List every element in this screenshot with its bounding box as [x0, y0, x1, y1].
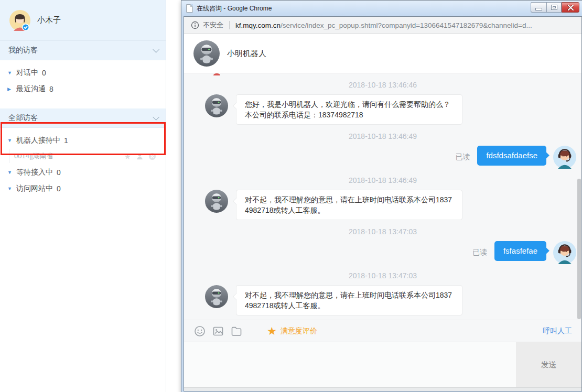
minimize-button[interactable] — [531, 2, 546, 13]
robot-avatar — [205, 190, 228, 213]
message-bubble: fdsfdsafdaefse — [477, 146, 546, 166]
timestamp: 2018-10-18 13:47:03 — [184, 271, 581, 280]
window-controls — [531, 2, 579, 13]
visitor-row[interactable]: 0014||湖南省 ★ — [0, 148, 166, 164]
vertical-scrollbar-thumb[interactable] — [577, 179, 581, 319]
tree-item-in-conversation[interactable]: ▼ 对话中 0 — [0, 64, 166, 81]
scrolled-avatar-sliver — [213, 73, 220, 75]
agent-name: 小明机器人 — [227, 49, 266, 59]
tree-item-browsing[interactable]: ▼ 访问网站中 0 — [0, 180, 166, 197]
message-bubble: 对不起，我不理解您的意思，请在上班时间电话联系本公司18374982718或转人… — [236, 190, 462, 220]
user-message-row: 已读 fdsfdsafdaefse — [184, 146, 581, 169]
triangle-down-icon: ▼ — [7, 170, 16, 175]
my-visitors-tree: ▼ 对话中 0 ▶ 最近沟通 8 — [0, 60, 166, 97]
horizontal-scrollbar[interactable] — [184, 387, 581, 391]
tree-item-label: 等待接入中 — [16, 168, 53, 177]
tree-item-recent-chats[interactable]: ▶ 最近沟通 8 — [0, 81, 166, 97]
image-icon[interactable] — [212, 325, 224, 337]
robot-avatar — [205, 94, 228, 117]
close-session-icon[interactable] — [148, 153, 156, 160]
user-profile: 小木子 — [0, 0, 166, 41]
browser-body: 不安全 kf.mqy.com.cn/service/index_pc_popup… — [184, 16, 582, 391]
transfer-agent-icon[interactable] — [136, 153, 144, 160]
triangle-down-icon: ▼ — [7, 186, 16, 191]
section-all-visitors-label: 全部访客 — [8, 113, 38, 123]
timestamp: 2018-10-18 13:46:49 — [184, 176, 581, 184]
visitor-id: 0014||湖南省 — [14, 151, 53, 161]
security-label: 不安全 — [203, 20, 223, 30]
section-my-visitors[interactable]: 我的访客 — [0, 41, 166, 60]
folder-icon[interactable] — [230, 325, 243, 337]
window-titlebar[interactable]: 在线咨询 - Google Chrome — [181, 1, 582, 16]
chevron-down-icon[interactable] — [153, 46, 159, 53]
timestamp: 2018-10-18 13:46:46 — [184, 81, 581, 89]
address-bar[interactable]: 不安全 kf.mqy.com.cn/service/index_pc_popup… — [184, 17, 581, 34]
message-bubble: 您好，我是小明机器人，欢迎光临，请问有什么需要帮助的么？本公司的联系电话是：18… — [236, 94, 462, 125]
tree-item-label: 访问网站中 — [16, 184, 53, 193]
user-avatar-image — [9, 10, 30, 31]
triangle-right-icon: ▶ — [7, 86, 16, 92]
url-host: kf.mqy.com.cn — [235, 21, 281, 29]
tree-item-waiting[interactable]: ▼ 等待接入中 0 — [0, 164, 166, 180]
tree-item-count: 1 — [64, 136, 68, 145]
url-path: /service/index_pc_popup.shtml?companyid=… — [281, 21, 532, 29]
message-input[interactable] — [184, 342, 516, 387]
composer: 发送 — [184, 342, 581, 387]
tree-item-label: 最近沟通 — [16, 84, 46, 94]
chevron-down-icon[interactable] — [153, 114, 159, 121]
satisfaction-rating-label: 满意度评价 — [281, 326, 317, 336]
triangle-down-icon: ▼ — [7, 70, 16, 75]
chat-page: 小明机器人 2018-10-18 13:46:46 您好，我是小明机器人，欢迎光… — [184, 34, 581, 391]
timestamp: 2018-10-18 13:46:49 — [184, 132, 581, 140]
emoji-icon[interactable] — [193, 325, 206, 337]
star-icon: ★ — [267, 325, 277, 336]
user-name: 小木子 — [37, 15, 61, 25]
maximize-button[interactable] — [546, 2, 562, 13]
close-icon — [567, 5, 574, 10]
visitor-sidebar: 小木子 我的访客 ▼ 对话中 0 ▶ 最近沟通 8 全部访客 ▼ 机器人接待中 … — [0, 0, 166, 392]
tree-item-robot-serving[interactable]: ▼ 机器人接待中 1 — [0, 132, 166, 148]
url-text[interactable]: kf.mqy.com.cn/service/index_pc_popup.sht… — [235, 21, 532, 29]
page-icon — [186, 4, 193, 13]
section-my-visitors-label: 我的访客 — [8, 46, 38, 55]
chat-message-list[interactable]: 2018-10-18 13:46:46 您好，我是小明机器人，欢迎光临，请问有什… — [184, 73, 581, 320]
robot-message-row: 对不起，我不理解您的意思，请在上班时间电话联系本公司18374982718或转人… — [184, 285, 581, 315]
user-message-row: 已读 fsfasfefae — [184, 241, 581, 264]
tree-item-count: 8 — [49, 85, 53, 93]
tree-item-label: 对话中 — [16, 68, 38, 78]
chat-toolbar: ★ 满意度评价 呼叫人工 — [184, 320, 581, 342]
triangle-down-icon: ▼ — [7, 138, 16, 143]
address-separator — [229, 21, 230, 29]
info-icon[interactable] — [191, 21, 199, 29]
star-icon[interactable]: ★ — [124, 153, 131, 160]
chrome-popup-window: 在线咨询 - Google Chrome 不安全 kf.mqy.com.cn/s… — [181, 0, 582, 392]
chat-header: 小明机器人 — [184, 34, 581, 73]
timestamp: 2018-10-18 13:47:03 — [184, 227, 581, 236]
tree-item-count: 0 — [42, 69, 46, 77]
message-bubble: 对不起，我不理解您的意思，请在上班时间电话联系本公司18374982718或转人… — [236, 285, 462, 315]
close-button[interactable] — [562, 2, 579, 13]
tree-item-count: 0 — [57, 168, 61, 177]
robot-message-row: 您好，我是小明机器人，欢迎光临，请问有什么需要帮助的么？本公司的联系电话是：18… — [184, 94, 581, 125]
send-button[interactable]: 发送 — [516, 342, 581, 387]
visitor-actions: ★ — [124, 153, 156, 160]
message-bubble: fsfasfefae — [494, 241, 546, 261]
read-status: 已读 — [472, 248, 487, 257]
visitor-avatar — [553, 241, 576, 264]
call-human-agent-link[interactable]: 呼叫人工 — [543, 326, 572, 336]
robot-avatar — [193, 40, 220, 67]
minimize-icon — [536, 8, 542, 10]
robot-message-row: 对不起，我不理解您的意思，请在上班时间电话联系本公司18374982718或转人… — [184, 190, 581, 220]
tree-item-label: 机器人接待中 — [16, 136, 60, 145]
maximize-icon — [552, 5, 557, 9]
tree-item-count: 0 — [57, 184, 61, 193]
section-all-visitors[interactable]: 全部访客 — [0, 108, 166, 128]
read-status: 已读 — [455, 153, 470, 162]
visitor-avatar — [553, 146, 576, 169]
satisfaction-rating-button[interactable]: ★ 满意度评价 — [267, 325, 317, 336]
user-avatar[interactable] — [9, 10, 30, 31]
robot-avatar — [205, 285, 228, 308]
all-visitors-tree: ▼ 机器人接待中 1 0014||湖南省 ★ ▼ 等待接入中 0 — [0, 128, 166, 197]
window-title: 在线咨询 - Google Chrome — [197, 4, 272, 13]
